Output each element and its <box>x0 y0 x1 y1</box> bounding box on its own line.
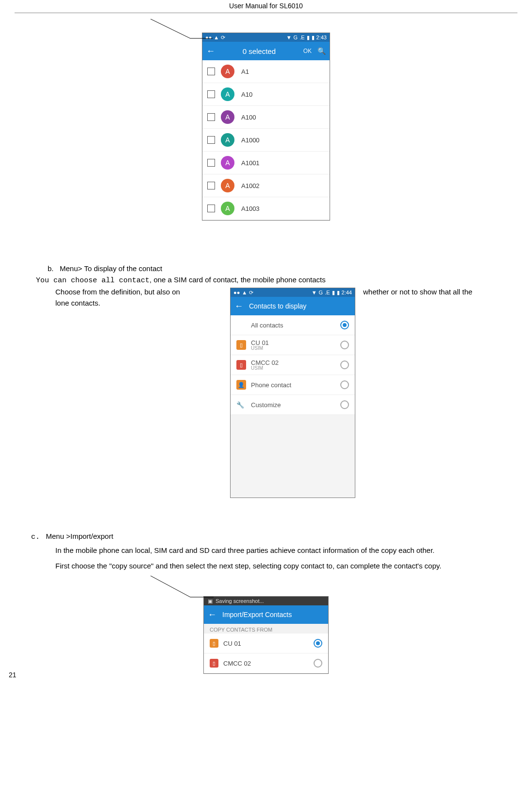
sim-icon: ▯ <box>210 639 218 648</box>
radio-button[interactable] <box>340 321 349 329</box>
contact-list: AA1AA10AA100AA1000AA1001AA1002AA1003 <box>202 60 330 220</box>
contact-name: A100 <box>241 114 256 121</box>
section-b-label: b. <box>48 264 54 273</box>
checkbox[interactable] <box>207 205 215 212</box>
checkbox[interactable] <box>207 136 215 144</box>
section-b-title: Menu> To display of the contact <box>60 264 162 273</box>
contact-row[interactable]: AA1 <box>202 60 330 83</box>
wifi-icon: ▼ <box>312 290 317 295</box>
phone-screenshot-contacts-display: ●● ▲ ⟳ ▼ G .E ▮ ▮ 2:44 <box>230 288 355 498</box>
sim-icon: ▯ <box>236 340 246 350</box>
contact-name: A1000 <box>241 137 260 144</box>
wrench-icon: 🔧 <box>236 401 246 409</box>
display-options-list: All contacts▯CU 01USIM▯CMCC 02USIM👤Phone… <box>231 315 355 415</box>
person-icon: 👤 <box>236 380 246 390</box>
avatar: A <box>221 110 234 124</box>
sim-icon: ▯ <box>236 360 246 370</box>
section-c-heading: c. Menu >Import/export <box>31 532 517 541</box>
option-label: Phone contact <box>251 381 291 389</box>
checkbox[interactable] <box>207 182 215 189</box>
avatar: A <box>221 133 234 147</box>
checkbox[interactable] <box>207 90 215 98</box>
app-bar-2: ← Contacts to display <box>231 297 355 315</box>
sim-icon: ▯ <box>210 659 218 668</box>
appbar-title-3: Import/Export Contacts <box>222 611 324 618</box>
copy-from-section-label: COPY CONTACTS FROM <box>204 624 328 634</box>
display-option-row[interactable]: All contacts <box>231 315 355 335</box>
contact-row[interactable]: AA10 <box>202 83 330 106</box>
contact-name: A1 <box>241 68 249 75</box>
status-dot-icon: ●● <box>233 290 240 295</box>
contact-row[interactable]: AA100 <box>202 106 330 129</box>
sync-icon: ⟳ <box>221 34 225 41</box>
radio-button[interactable] <box>340 341 349 349</box>
contact-name: A1001 <box>241 159 260 167</box>
toast-text: Saving screenshot... <box>216 598 264 604</box>
display-option-row[interactable]: 🔧Customize <box>231 395 355 415</box>
contact-row[interactable]: AA1003 <box>202 197 330 220</box>
contact-row[interactable]: AA1002 <box>202 174 330 197</box>
ok-button[interactable]: OK <box>303 48 312 54</box>
svg-line-0 <box>150 19 190 38</box>
radio-button[interactable] <box>340 400 349 409</box>
option-label: Customize <box>251 401 281 409</box>
search-icon[interactable]: 🔍 <box>317 47 326 55</box>
section-b-line2-pre: Choose from the definition, but also on <box>55 288 230 296</box>
net-ind: .E <box>325 290 330 295</box>
radio-button[interactable] <box>314 659 322 668</box>
page-number: 21 <box>9 671 17 679</box>
battery-icon: ▮ <box>337 290 340 296</box>
appbar-title: 0 selected <box>221 47 298 55</box>
section-b-line2-post: whether or not to show that all the <box>363 288 517 296</box>
section-b-line1-prefix: You can choose all contact <box>36 276 150 285</box>
section-b-line3: lone contacts. <box>55 299 230 307</box>
contact-name: A1002 <box>241 182 260 189</box>
avatar: A <box>221 179 234 192</box>
source-label: CMCC 02 <box>223 660 251 667</box>
copy-source-list: ▯CU 01▯CMCC 02 <box>204 634 328 673</box>
copy-source-row[interactable]: ▯CMCC 02 <box>204 653 328 673</box>
section-c-title: Menu >Import/export <box>46 532 114 540</box>
section-c-para2: First choose the "copy source" and then … <box>55 560 517 572</box>
section-b-line1: You can choose all contact, one a SIM ca… <box>36 275 517 285</box>
battery-icon: ▮ <box>312 34 315 41</box>
back-icon[interactable]: ← <box>208 610 216 620</box>
back-icon[interactable]: ← <box>206 46 215 56</box>
app-bar: ← 0 selected OK 🔍 <box>202 42 330 60</box>
signal-icon: ▮ <box>332 290 335 296</box>
doc-header: User Manual for SL6010 <box>15 0 517 13</box>
display-option-row[interactable]: ▯CU 01USIM <box>231 335 355 355</box>
contact-row[interactable]: AA1000 <box>202 129 330 152</box>
avatar: A <box>221 65 234 78</box>
radio-button[interactable] <box>314 639 322 648</box>
status-bar-2: ●● ▲ ⟳ ▼ G .E ▮ ▮ 2:44 <box>231 288 355 297</box>
avatar: A <box>221 202 234 215</box>
app-bar-3: ← Import/Export Contacts <box>204 605 328 624</box>
avatar: A <box>221 87 234 101</box>
contact-row[interactable]: AA1001 <box>202 152 330 174</box>
status-time: 2:43 <box>316 34 327 40</box>
section-c-para1: In the mobile phone can local, SIM card … <box>55 544 517 557</box>
status-time: 2:44 <box>342 290 352 295</box>
contact-name: A10 <box>241 91 252 98</box>
net-icon: G <box>294 34 298 40</box>
option-label: All contacts <box>251 322 283 329</box>
radio-button[interactable] <box>340 380 349 389</box>
checkbox[interactable] <box>207 68 215 75</box>
status-bar: ●● ▲ ⟳ ▼ G .E ▮ ▮ 2:43 <box>202 33 330 42</box>
contact-name: A1003 <box>241 205 260 212</box>
phone-screenshot-contacts-select: ●● ▲ ⟳ ▼ G .E ▮ ▮ 2:43 ← 0 selected OK 🔍 <box>202 33 330 221</box>
copy-source-row[interactable]: ▯CU 01 <box>204 634 328 653</box>
back-icon[interactable]: ← <box>234 301 243 311</box>
appbar-title-2: Contacts to display <box>249 302 351 310</box>
display-option-row[interactable]: 👤Phone contact <box>231 375 355 395</box>
section-b-line1-rest: , one a SIM card of contact, the mobile … <box>150 275 326 284</box>
checkbox[interactable] <box>207 113 215 121</box>
warning-icon: ▲ <box>242 290 247 295</box>
radio-button[interactable] <box>340 361 349 369</box>
display-option-row[interactable]: ▯CMCC 02USIM <box>231 355 355 375</box>
toast-saving: ▣ Saving screenshot... <box>204 597 328 605</box>
section-b-heading: b. Menu> To display of the contact <box>48 264 517 273</box>
checkbox[interactable] <box>207 159 215 167</box>
signal-icon: ▮ <box>307 34 310 41</box>
